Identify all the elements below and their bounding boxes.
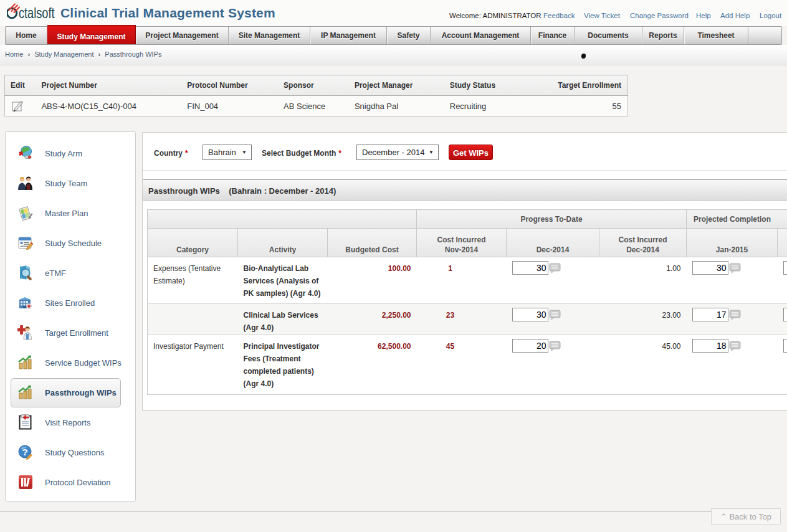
svg-text:?: ? bbox=[22, 447, 27, 457]
